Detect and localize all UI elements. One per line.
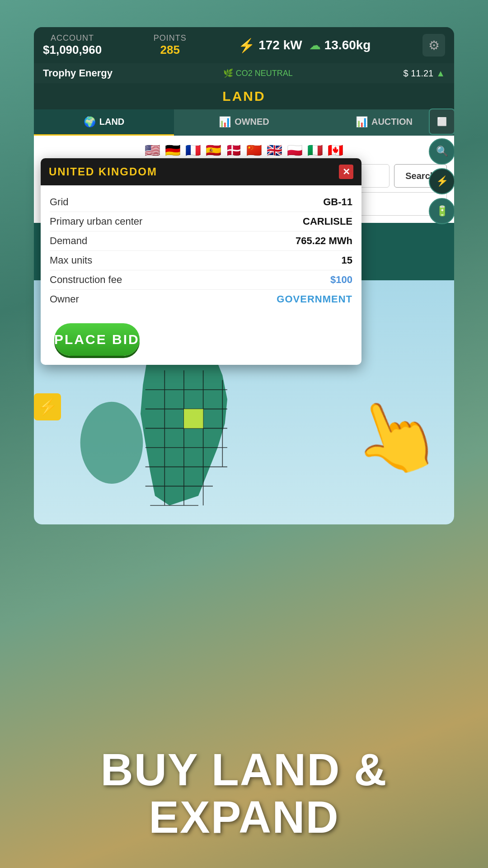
info-row-owner: Owner GOVERNMENT bbox=[50, 290, 352, 309]
popup-body: Grid GB-11 Primary urban center CARLISLE… bbox=[41, 185, 361, 316]
info-row-demand: Demand 765.22 MWh bbox=[50, 231, 352, 251]
zoom-button[interactable]: 🔍 bbox=[429, 138, 454, 165]
bolt-icon: ⚡ bbox=[238, 38, 255, 53]
sub-header: Trophy Energy 🌿 CO2 NEUTRAL $ 11.21 ▲ bbox=[34, 63, 454, 83]
demand-value: 765.22 MWh bbox=[296, 235, 352, 247]
info-row-maxunits: Max units 15 bbox=[50, 251, 352, 270]
owned-tab-icon: 📊 bbox=[219, 116, 231, 128]
info-row-grid: Grid GB-11 bbox=[50, 193, 352, 212]
arrow-up-icon: ▲ bbox=[436, 68, 445, 79]
fee-label: Construction fee bbox=[50, 274, 122, 286]
stats-center: ⚡ 172 kW ☁ 13.60kg bbox=[238, 38, 371, 53]
flag-gb[interactable]: 🇬🇧 bbox=[267, 143, 282, 158]
flag-es[interactable]: 🇪🇸 bbox=[206, 143, 221, 158]
flag-dk[interactable]: 🇩🇰 bbox=[226, 143, 242, 158]
tab-land[interactable]: 🌍 LAND bbox=[34, 109, 174, 136]
tab-owned[interactable]: 📊 OWNED bbox=[174, 109, 314, 136]
popup-header: UNITED KINGDOM ✕ bbox=[41, 158, 361, 185]
grid-value: GB-11 bbox=[323, 196, 352, 208]
flag-fr[interactable]: 🇫🇷 bbox=[185, 143, 201, 158]
battery-button[interactable]: 🔋 bbox=[429, 198, 454, 224]
tab-title-bar: LAND bbox=[34, 83, 454, 109]
energy-badge: ⚡ 172 kW bbox=[238, 38, 302, 53]
header-bar: ACCOUNT $1,090,960 POINTS 285 ⚡ 172 kW ☁… bbox=[34, 27, 454, 63]
bottom-headline-line2: EXPAND bbox=[0, 793, 488, 841]
bolt-side-button[interactable]: ⚡ bbox=[429, 168, 454, 194]
owner-value: GOVERNMENT bbox=[277, 293, 352, 305]
flag-pl[interactable]: 🇵🇱 bbox=[287, 143, 303, 158]
fee-value: $100 bbox=[330, 274, 352, 286]
account-value: $1,090,960 bbox=[43, 43, 102, 57]
auction-tab-icon: 📊 bbox=[356, 116, 368, 128]
energy-value: 172 kW bbox=[258, 38, 302, 52]
points-label: POINTS bbox=[154, 33, 187, 43]
tabs-row: 🌍 LAND 📊 OWNED 📊 AUCTION bbox=[34, 109, 454, 136]
co2-value: 13.60kg bbox=[324, 38, 371, 52]
account-label: ACCOUNT bbox=[51, 33, 94, 43]
flag-us[interactable]: 🇺🇸 bbox=[145, 143, 160, 158]
svg-rect-12 bbox=[184, 409, 203, 429]
popup-title: UNITED KINGDOM bbox=[49, 165, 157, 178]
side-buttons: ⬜ 🔍 ⚡ 🔋 bbox=[429, 108, 454, 224]
account-section: ACCOUNT $1,090,960 bbox=[43, 33, 102, 57]
bottom-headline-line1: BUY LAND & bbox=[0, 746, 488, 793]
flags-row: 🇺🇸 🇩🇪 🇫🇷 🇪🇸 🇩🇰 🇨🇳 🇬🇧 🇵🇱 🇮🇹 🇨🇦 bbox=[41, 143, 447, 158]
urban-value: CARLISLE bbox=[303, 216, 352, 227]
cloud-icon: ☁ bbox=[309, 38, 321, 52]
flag-de[interactable]: 🇩🇪 bbox=[165, 143, 181, 158]
flag-cn[interactable]: 🇨🇳 bbox=[246, 143, 262, 158]
land-tab-icon: 🌍 bbox=[84, 116, 96, 128]
svg-point-0 bbox=[80, 402, 143, 484]
land-info-popup: UNITED KINGDOM ✕ Grid GB-11 Primary urba… bbox=[41, 158, 361, 365]
close-popup-button[interactable]: ✕ bbox=[339, 165, 353, 179]
gear-button[interactable]: ⚙ bbox=[422, 34, 445, 57]
bottom-text-section: BUY LAND & EXPAND bbox=[0, 746, 488, 841]
maxunits-label: Max units bbox=[50, 255, 92, 266]
points-section: POINTS 285 bbox=[154, 33, 187, 57]
company-name: Trophy Energy bbox=[43, 67, 113, 79]
owner-label: Owner bbox=[50, 293, 79, 305]
info-row-urban: Primary urban center CARLISLE bbox=[50, 212, 352, 231]
co2-neutral-badge: 🌿 CO2 NEUTRAL bbox=[223, 68, 293, 78]
tab-owned-label: OWNED bbox=[235, 117, 269, 127]
maxunits-value: 15 bbox=[342, 255, 352, 266]
tab-title-text: LAND bbox=[222, 89, 265, 104]
toggle-button[interactable]: ⬜ bbox=[429, 108, 454, 135]
co2-neutral-label: CO2 NEUTRAL bbox=[236, 69, 293, 78]
side-bolt-icon: ⚡ bbox=[34, 393, 61, 420]
info-row-fee: Construction fee $100 bbox=[50, 270, 352, 290]
demand-label: Demand bbox=[50, 235, 87, 247]
leaf-icon: 🌿 bbox=[223, 68, 233, 78]
tab-land-label: LAND bbox=[99, 117, 125, 127]
gear-icon: ⚙ bbox=[428, 38, 440, 53]
flag-it[interactable]: 🇮🇹 bbox=[307, 143, 323, 158]
price-value: $ 11.21 bbox=[403, 68, 433, 79]
tab-auction-label: AUCTION bbox=[371, 117, 413, 127]
close-icon: ✕ bbox=[343, 166, 350, 177]
urban-label: Primary urban center bbox=[50, 216, 142, 227]
co2-badge: ☁ 13.60kg bbox=[309, 38, 371, 52]
flag-ca[interactable]: 🇨🇦 bbox=[328, 143, 343, 158]
points-value: 285 bbox=[160, 43, 179, 57]
place-bid-button[interactable]: PLACE BID bbox=[54, 323, 140, 356]
price-section: $ 11.21 ▲ bbox=[403, 68, 445, 79]
grid-label: Grid bbox=[50, 196, 69, 208]
